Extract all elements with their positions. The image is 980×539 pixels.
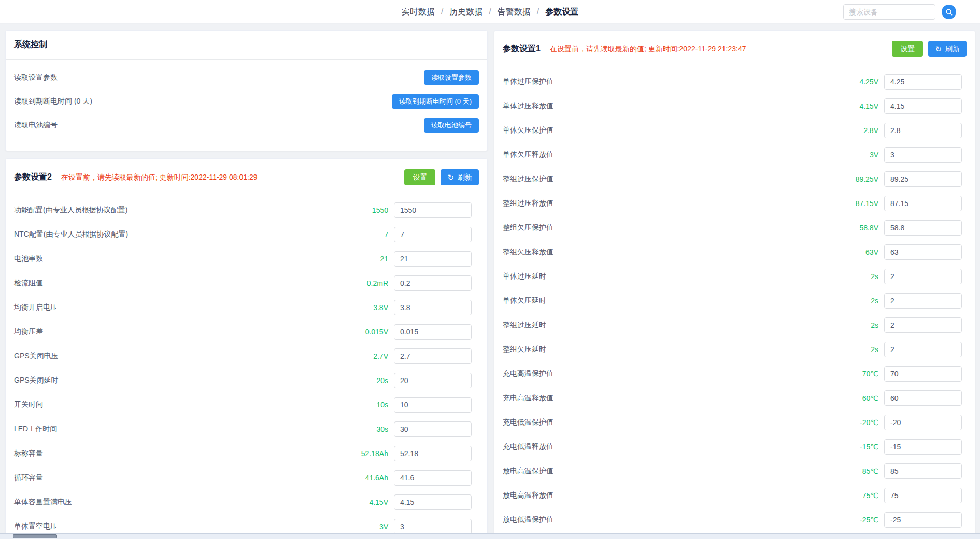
param-current-value: 10s	[376, 401, 388, 409]
param-row: GPS关闭电压 2.7V	[14, 344, 472, 368]
param-input[interactable]	[394, 421, 472, 437]
param-current-value: 41.6Ah	[365, 474, 388, 482]
param-current-value: 4.25V	[859, 78, 878, 86]
param-row: 检流阻值 0.2mR	[14, 271, 472, 295]
param-label: 单体容量置满电压	[14, 498, 369, 507]
system-control-header: 系统控制	[6, 31, 487, 60]
param-input[interactable]	[394, 202, 472, 218]
param-input[interactable]	[884, 342, 962, 357]
scrollbar-thumb[interactable]	[13, 534, 57, 538]
system-control-row: 读取到期断电时间 (0 天) 读取到期断电时间 (0 天)	[14, 90, 479, 113]
param-input[interactable]	[884, 439, 962, 455]
param-input[interactable]	[884, 74, 962, 90]
horizontal-scrollbar[interactable]	[0, 533, 980, 539]
param-label: GPS关闭电压	[14, 352, 373, 361]
param-row: 循环容量 41.6Ah	[14, 465, 472, 490]
param-label: 充电高温保护值	[503, 369, 862, 378]
nav-tab[interactable]: 实时数据	[402, 7, 449, 18]
param-row: 整组欠压保护值 58.8V	[503, 215, 962, 240]
search-button[interactable]	[942, 5, 956, 19]
param-label: NTC配置(由专业人员根据协议配置)	[14, 230, 384, 239]
param-input[interactable]	[394, 300, 472, 315]
param-current-value: 4.15V	[369, 498, 388, 506]
param-current-value: 2.7V	[373, 352, 388, 360]
param-input[interactable]	[884, 171, 962, 187]
param-label: 标称容量	[14, 449, 361, 458]
param-current-value: 3.8V	[373, 303, 388, 312]
search-input[interactable]	[843, 4, 935, 20]
param-input[interactable]	[884, 98, 962, 114]
param-input[interactable]	[884, 123, 962, 138]
refresh-button-label: 刷新	[458, 173, 472, 182]
param-input[interactable]	[884, 147, 962, 163]
nav-tab[interactable]: 参数设置	[545, 7, 578, 18]
param-current-value: 3V	[870, 151, 878, 159]
param-current-value: 63V	[865, 248, 878, 256]
param-input[interactable]	[884, 463, 962, 479]
param-input[interactable]	[394, 227, 472, 242]
param-label: 充电低温释放值	[503, 442, 860, 451]
param-row: 单体过压释放值 4.15V	[503, 94, 962, 118]
param-label: 充电高温释放值	[503, 394, 862, 403]
param-input[interactable]	[884, 366, 962, 382]
param-label: 放电低温保护值	[503, 515, 860, 525]
param-input[interactable]	[884, 390, 962, 406]
param-row: NTC配置(由专业人员根据协议配置) 7	[14, 222, 472, 246]
param-row: 均衡开启电压 3.8V	[14, 295, 472, 319]
param-input[interactable]	[394, 446, 472, 461]
param-set-2-actions: 设置 ↻ 刷新	[404, 169, 479, 185]
read-action-button[interactable]: 读取电池编号	[424, 118, 479, 133]
top-navbar: 实时数据 历史数据 告警数据 参数设置	[0, 0, 980, 24]
param-input[interactable]	[884, 293, 962, 309]
param-input[interactable]	[884, 196, 962, 211]
param-row: 单体欠压延时 2s	[503, 288, 962, 313]
param-current-value: 87.15V	[856, 199, 878, 208]
param-current-value: 70℃	[862, 370, 878, 378]
param-current-value: 0.2mR	[367, 279, 388, 287]
param-row: 放电高温保护值 85℃	[503, 459, 962, 483]
param-input[interactable]	[394, 324, 472, 340]
param-input[interactable]	[884, 244, 962, 260]
param-input[interactable]	[394, 251, 472, 267]
nav-tab[interactable]: 历史数据	[449, 7, 497, 18]
param-row: LED工作时间 30s	[14, 417, 472, 441]
param-input[interactable]	[884, 220, 962, 236]
param-label: 检流阻值	[14, 279, 367, 288]
param-set-1-rows: 单体过压保护值 4.25V 单体过压释放值 4.15V 单体欠压保护值 2.8V	[494, 57, 975, 536]
param-input[interactable]	[884, 415, 962, 430]
param-current-value: 75℃	[862, 491, 878, 500]
read-action-button[interactable]: 读取设置参数	[424, 70, 479, 85]
param-input[interactable]	[394, 373, 472, 388]
param-input[interactable]	[394, 397, 472, 413]
param-current-value: 0.015V	[365, 328, 388, 336]
row-label: 读取设置参数	[14, 73, 58, 82]
param-input[interactable]	[394, 494, 472, 510]
param-current-value: 2s	[871, 321, 878, 329]
refresh-button[interactable]: ↻ 刷新	[928, 41, 967, 57]
param-current-value: 85℃	[862, 467, 878, 475]
param-label: 单体过压释放值	[503, 101, 859, 111]
param-input[interactable]	[394, 470, 472, 486]
set-button[interactable]: 设置	[404, 169, 435, 185]
param-label: 均衡开启电压	[14, 303, 373, 312]
set-button[interactable]: 设置	[892, 41, 923, 57]
param-input[interactable]	[884, 317, 962, 333]
read-action-button[interactable]: 读取到期断电时间 (0 天)	[392, 94, 479, 109]
refresh-button[interactable]: ↻ 刷新	[441, 169, 479, 185]
param-label: 单体欠压释放值	[503, 150, 870, 159]
param-row: 单体过压保护值 4.25V	[503, 69, 962, 94]
param-input[interactable]	[394, 519, 472, 534]
param-input[interactable]	[394, 348, 472, 364]
param-label: 循环容量	[14, 473, 365, 483]
param-current-value: -20℃	[860, 418, 878, 427]
param-label: LED工作时间	[14, 425, 376, 434]
param-input[interactable]	[394, 275, 472, 291]
param-input[interactable]	[884, 269, 962, 284]
param-row: 电池串数 21	[14, 246, 472, 271]
param-input[interactable]	[884, 512, 962, 528]
param-row: 开关时间 10s	[14, 392, 472, 417]
param-input[interactable]	[884, 488, 962, 503]
param-row: 放电低温保护值 -25℃	[503, 507, 962, 532]
nav-tab[interactable]: 告警数据	[498, 7, 545, 18]
refresh-icon: ↻	[935, 45, 942, 53]
